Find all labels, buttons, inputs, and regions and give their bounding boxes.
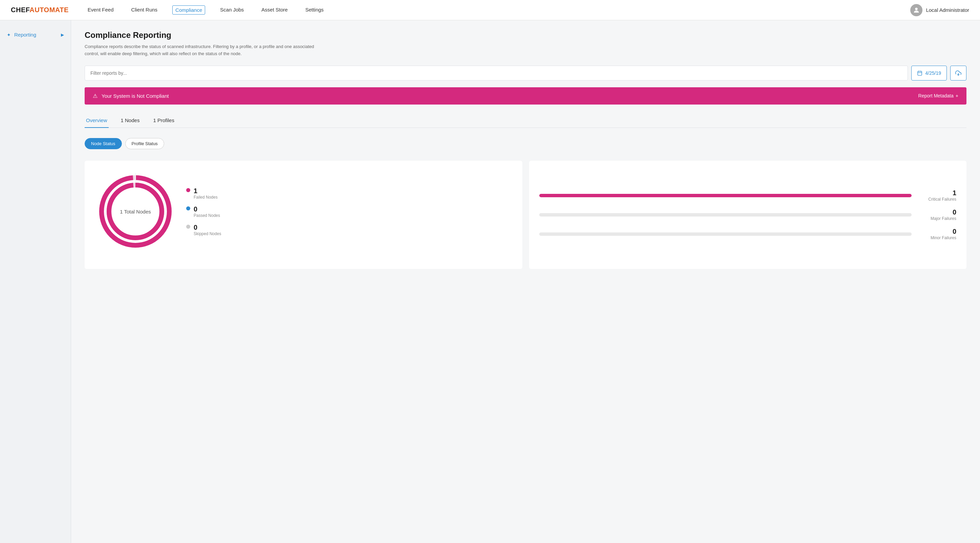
passed-info: 0 Passed Nodes	[194, 205, 220, 218]
logo-chef: CHEF	[11, 6, 29, 14]
donut-container: 1 Total Nodes 1 Failed Nodes	[95, 171, 512, 252]
report-metadata-label: Report Metadata	[918, 93, 954, 98]
bar-chart-card: 1 Critical Failures 0 Major Failures	[529, 161, 967, 269]
nav-event-feed[interactable]: Event Feed	[85, 5, 116, 14]
bar-critical-info: 1 Critical Failures	[916, 189, 956, 202]
bar-minor-info: 0 Minor Failures	[916, 228, 956, 240]
sidebar: ✦ Reporting ▶	[0, 20, 71, 543]
nav-asset-store[interactable]: Asset Store	[259, 5, 290, 14]
failed-dot	[186, 188, 190, 192]
sub-tabs: Node Status Profile Status	[84, 135, 966, 152]
bar-major-info: 0 Major Failures	[916, 208, 956, 221]
main-content: Compliance Reporting Compliance reports …	[71, 20, 980, 543]
top-nav: CHEFAUTOMATE Event Feed Client Runs Comp…	[0, 0, 980, 20]
passed-label: Passed Nodes	[194, 213, 220, 218]
critical-label: Critical Failures	[928, 197, 956, 202]
skipped-count: 0	[194, 223, 221, 232]
passed-dot	[186, 206, 190, 210]
tab-nodes[interactable]: 1 Nodes	[119, 114, 141, 128]
donut-wrapper: 1 Total Nodes	[95, 171, 176, 252]
user-avatar	[910, 4, 923, 16]
app-layout: ✦ Reporting ▶ Compliance Reporting Compl…	[0, 20, 980, 543]
skipped-info: 0 Skipped Nodes	[194, 223, 221, 236]
user-area: Local Administrator	[910, 4, 969, 16]
major-label: Major Failures	[931, 216, 956, 221]
tab-profiles[interactable]: 1 Profiles	[152, 114, 176, 128]
sidebar-item-reporting[interactable]: ✦ Reporting ▶	[0, 27, 71, 42]
nav-links: Event Feed Client Runs Compliance Scan J…	[85, 5, 911, 14]
bar-major: 0 Major Failures	[539, 208, 957, 221]
skipped-dot	[186, 225, 190, 229]
report-metadata-button[interactable]: Report Metadata +	[918, 93, 958, 98]
tab-overview[interactable]: Overview	[84, 114, 109, 128]
donut-chart-card: 1 Total Nodes 1 Failed Nodes	[84, 161, 522, 269]
user-name: Local Administrator	[926, 7, 969, 13]
failed-count: 1	[194, 187, 218, 195]
bar-chart-container: 1 Critical Failures 0 Major Failures	[539, 171, 957, 259]
reporting-icon: ✦	[7, 32, 11, 38]
minor-count: 0	[953, 228, 956, 235]
page-title: Compliance Reporting	[84, 30, 966, 40]
warning-icon: ⚠	[93, 93, 97, 99]
sidebar-item-label: Reporting	[14, 32, 36, 38]
filter-input[interactable]	[84, 66, 908, 81]
filter-bar: 4/25/19	[84, 66, 966, 81]
bar-critical-track	[539, 194, 912, 197]
charts-row: 1 Total Nodes 1 Failed Nodes	[84, 161, 966, 269]
passed-count: 0	[194, 205, 220, 213]
logo-automate: AUTOMATE	[29, 6, 68, 14]
svg-rect-1	[918, 71, 922, 75]
major-count: 0	[953, 208, 956, 216]
bar-major-track	[539, 213, 912, 216]
bar-critical-fill	[539, 194, 912, 197]
bar-minor: 0 Minor Failures	[539, 228, 957, 240]
nav-settings[interactable]: Settings	[302, 5, 326, 14]
banner-message: Your System is Not Compliant	[102, 93, 169, 99]
bar-minor-track	[539, 232, 912, 236]
critical-count: 1	[953, 189, 956, 197]
svg-point-0	[915, 8, 918, 10]
legend-passed-nodes: 0 Passed Nodes	[186, 205, 221, 218]
legend-failed-nodes: 1 Failed Nodes	[186, 187, 221, 200]
main-tabs: Overview 1 Nodes 1 Profiles	[84, 114, 966, 128]
nav-client-runs[interactable]: Client Runs	[129, 5, 161, 14]
banner-left: ⚠ Your System is Not Compliant	[93, 93, 169, 99]
sub-tab-profile-status[interactable]: Profile Status	[125, 138, 164, 149]
sub-tab-node-status[interactable]: Node Status	[84, 138, 122, 149]
plus-icon: +	[956, 93, 958, 98]
compliance-banner: ⚠ Your System is Not Compliant Report Me…	[84, 87, 966, 105]
nav-compliance[interactable]: Compliance	[172, 5, 205, 14]
skipped-label: Skipped Nodes	[194, 232, 221, 236]
nav-scan-jobs[interactable]: Scan Jobs	[217, 5, 247, 14]
date-label: 4/25/19	[925, 70, 941, 76]
failed-label: Failed Nodes	[194, 195, 218, 200]
failed-info: 1 Failed Nodes	[194, 187, 218, 200]
page-description: Compliance reports describe the status o…	[84, 43, 321, 57]
donut-legend: 1 Failed Nodes 0 Passed Nodes	[186, 187, 221, 236]
logo: CHEFAUTOMATE	[11, 6, 69, 14]
date-picker-button[interactable]: 4/25/19	[911, 66, 947, 81]
legend-skipped-nodes: 0 Skipped Nodes	[186, 223, 221, 236]
donut-center-text: 1 Total Nodes	[120, 208, 151, 214]
bar-critical: 1 Critical Failures	[539, 189, 957, 202]
minor-label: Minor Failures	[931, 235, 956, 240]
chevron-right-icon: ▶	[61, 32, 64, 37]
download-button[interactable]	[950, 66, 966, 81]
